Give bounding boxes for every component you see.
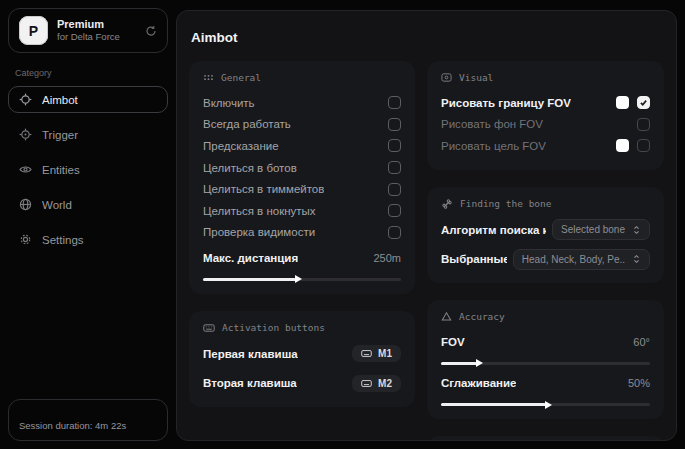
draw-fov-target-row: Рисовать цель FOV <box>441 135 650 157</box>
triangle-icon <box>441 311 452 322</box>
chevron-up-down-icon <box>632 225 641 235</box>
slider-thumb[interactable] <box>295 275 302 283</box>
checkbox[interactable] <box>388 161 401 174</box>
checkbox[interactable] <box>637 139 650 152</box>
row-label: Сглаживание <box>441 377 516 389</box>
category-label: Category <box>15 68 161 78</box>
smoothing-row: Сглаживание 50% <box>441 373 650 395</box>
sidebar-item-label: Aimbot <box>42 94 78 106</box>
sidebar-item-label: Trigger <box>42 129 78 141</box>
toggle-row-enable: Включить <box>203 92 401 114</box>
sidebar-item-label: World <box>42 199 72 211</box>
entities-icon <box>19 163 32 176</box>
second-keybind-button[interactable]: M2 <box>352 375 401 392</box>
checkbox[interactable] <box>388 183 401 196</box>
bone-algorithm-select[interactable]: Selected bone <box>552 219 650 240</box>
row-label: Целиться в нокнутых <box>203 205 316 217</box>
section-title: Activation buttons <box>222 322 325 333</box>
section-title: Accuracy <box>459 311 505 322</box>
chevron-up-down-icon <box>632 254 641 264</box>
fov-row: FOV 60° <box>441 331 650 353</box>
activation-header: Activation buttons <box>203 322 401 334</box>
checkbox[interactable] <box>388 204 401 217</box>
visual-card: Visual Рисовать границу FOV Рисовать фон… <box>427 61 664 170</box>
accuracy-header: Accuracy <box>441 311 650 322</box>
selected-bones-select[interactable]: Head, Neck, Body, Pe.. <box>513 249 650 270</box>
page-title: Aimbot <box>191 30 664 45</box>
checkbox[interactable] <box>637 118 650 131</box>
row-label: Макс. дистанция <box>203 252 298 264</box>
sidebar-item-world[interactable]: World <box>8 191 168 218</box>
globe-icon <box>19 198 32 211</box>
session-duration-text: Session duration: 4m 22s <box>19 420 126 431</box>
checkbox[interactable] <box>388 118 401 131</box>
slider-fill <box>203 278 296 281</box>
row-label: Проверка видимости <box>203 226 315 238</box>
trigger-icon <box>19 128 32 141</box>
row-label: Рисовать фон FOV <box>441 118 543 130</box>
section-title: Visual <box>459 72 493 83</box>
slider-value: 250m <box>373 252 401 264</box>
refresh-icon[interactable] <box>145 25 157 37</box>
row-label: Рисовать границу FOV <box>441 97 571 109</box>
row-label: Вторая клавиша <box>203 377 297 389</box>
first-key-row: Первая клавиша M1 <box>203 343 401 365</box>
checkbox[interactable] <box>388 139 401 152</box>
slider-thumb[interactable] <box>476 359 483 367</box>
brand-subtitle: for Delta Force <box>57 31 120 43</box>
second-key-row: Вторая клавиша M2 <box>203 372 401 394</box>
toggle-row-visibility-check: Проверка видимости <box>203 222 401 244</box>
sidebar: P Premium for Delta Force Category Aimbo… <box>0 0 176 449</box>
row-label: FOV <box>441 336 465 348</box>
smoothing-slider[interactable] <box>441 403 650 406</box>
section-title: General <box>221 72 261 83</box>
session-duration-card: Session duration: 4m 22s <box>8 399 168 441</box>
gear-icon <box>19 233 32 246</box>
slider-value: 60° <box>633 336 650 348</box>
checkbox[interactable] <box>388 226 401 239</box>
finding-bone-header: Finding the bone <box>441 198 650 210</box>
keyboard-icon <box>361 348 372 359</box>
row-label: Целиться в тиммейтов <box>203 183 324 195</box>
row-label: Целиться в ботов <box>203 162 297 174</box>
sidebar-item-aimbot[interactable]: Aimbot <box>8 86 168 113</box>
crosshair-icon <box>19 93 32 106</box>
sidebar-item-entities[interactable]: Entities <box>8 156 168 183</box>
switch-delay-card: Switch Delay Задержка переключения Задер… <box>427 436 664 441</box>
row-label: Первая клавиша <box>203 348 298 360</box>
keybind-value: M2 <box>378 378 392 389</box>
bone-algorithm-row: Алгоритм поиска костей Selected bone <box>441 219 650 241</box>
max-distance-row: Макс. дистанция 250m <box>203 247 401 269</box>
keybind-value: M1 <box>378 348 392 359</box>
draw-fov-background-row: Рисовать фон FOV <box>441 114 650 136</box>
eye-frame-icon <box>441 72 452 83</box>
slider-fill <box>441 362 477 365</box>
toggle-row-target-bots: Целиться в ботов <box>203 157 401 179</box>
sidebar-item-settings[interactable]: Settings <box>8 226 168 253</box>
draw-fov-border-row: Рисовать границу FOV <box>441 92 650 114</box>
slider-thumb[interactable] <box>545 401 552 409</box>
max-distance-slider[interactable] <box>203 278 401 281</box>
general-header: General <box>203 72 401 83</box>
row-label: Всегда работать <box>203 118 291 130</box>
left-column: General Включить Всегда работать Предска… <box>189 61 415 441</box>
color-swatch[interactable] <box>616 96 629 109</box>
first-keybind-button[interactable]: M1 <box>352 345 401 362</box>
selected-bones-row: Выбранные кости Head, Neck, Body, Pe.. <box>441 248 650 270</box>
color-swatch[interactable] <box>616 139 629 152</box>
checkbox[interactable] <box>388 96 401 109</box>
checkbox-checked[interactable] <box>637 96 650 109</box>
row-label: Предсказание <box>203 140 279 152</box>
accuracy-card: Accuracy FOV 60° Сглаживание 50% <box>427 300 664 419</box>
brand-title: Premium <box>57 18 120 32</box>
fov-slider[interactable] <box>441 362 650 365</box>
toggle-row-target-knocked: Целиться в нокнутых <box>203 200 401 222</box>
premium-card: P Premium for Delta Force <box>8 8 168 53</box>
toggle-row-always-work: Всегда работать <box>203 114 401 136</box>
sidebar-item-trigger[interactable]: Trigger <box>8 121 168 148</box>
grid-dots-icon <box>203 72 214 83</box>
general-card: General Включить Всегда работать Предска… <box>189 61 415 294</box>
main-panel: Aimbot General Включить <box>176 10 677 441</box>
right-column: Visual Рисовать границу FOV Рисовать фон… <box>427 61 664 441</box>
toggle-row-prediction: Предсказание <box>203 135 401 157</box>
